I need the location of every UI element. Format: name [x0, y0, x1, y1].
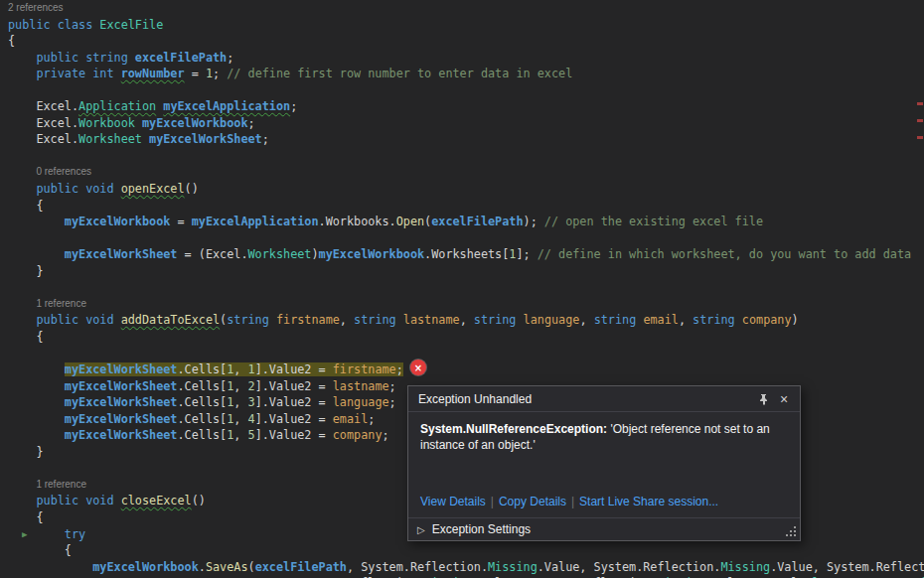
debug-arrow-glyph: ▶ — [22, 529, 27, 539]
view-details-link[interactable]: View Details — [420, 495, 486, 508]
codelens-link[interactable]: 1 reference — [8, 296, 924, 313]
code-line: public void openExcel() — [8, 181, 924, 198]
code-line: myExcelWorkbook = myExcelApplication.Wor… — [8, 214, 924, 230]
code-line: { — [8, 329, 924, 346]
code-line: public void addDataToExcel(string firstn… — [8, 312, 924, 329]
code-line — [8, 148, 924, 165]
exception-settings-expander[interactable]: ▷ Exception Settings — [408, 517, 800, 540]
exception-popup-titlebar: Exception Unhandled × — [408, 386, 800, 412]
code-line — [8, 82, 924, 99]
pin-icon[interactable] — [754, 389, 774, 409]
code-line: myExcelWorkSheet = (Excel.Worksheet)myEx… — [8, 246, 924, 263]
code-line: public class ExcelFile — [8, 17, 924, 34]
scrollbar-error-mark — [917, 119, 923, 122]
codelens-link[interactable]: 2 references — [8, 0, 924, 17]
code-line: { — [8, 33, 924, 50]
code-line: private int rowNumber = 1; // define fir… — [8, 66, 924, 82]
exception-settings-label: Exception Settings — [432, 522, 531, 536]
code-line: Excel.Application myExcelApplication; — [8, 98, 924, 115]
exception-message: System.NullReferenceException: 'Object r… — [408, 412, 800, 495]
exception-popup-title: Exception Unhandled — [418, 392, 754, 406]
exception-type: System.NullReferenceException: — [420, 422, 607, 436]
copy-details-link[interactable]: Copy Details — [499, 495, 566, 508]
code-line: { — [8, 542, 924, 559]
code-line — [8, 279, 924, 296]
codelens-link[interactable]: 0 references — [8, 164, 924, 181]
close-icon[interactable]: × — [774, 389, 794, 409]
code-line: { — [8, 198, 924, 215]
code-line: Excel.Workbook myExcelWorkbook; — [8, 115, 924, 132]
exception-popup: Exception Unhandled × System.NullReferen… — [407, 385, 801, 541]
link-separator: | — [566, 495, 579, 508]
code-line: myExcelWorkbook.SaveAs(excelFilePath, Sy… — [8, 559, 924, 576]
code-line: Excel.Worksheet myExcelWorkSheet; — [8, 131, 924, 148]
scrollbar-error-mark — [917, 136, 923, 139]
code-line: public string excelFilePath; — [8, 50, 924, 67]
scrollbar-error-mark — [917, 102, 923, 105]
resize-grip[interactable] — [786, 526, 798, 538]
code-line — [8, 230, 924, 247]
link-separator: | — [486, 495, 499, 508]
exception-popup-links: View Details|Copy Details|Start Live Sha… — [408, 495, 800, 517]
code-line: } — [8, 263, 924, 280]
code-line: myExcelWorkSheet.Cells[1, 1].Value2 = fi… — [8, 361, 924, 378]
exception-error-icon[interactable]: × — [410, 360, 426, 375]
live-share-link[interactable]: Start Live Share session... — [579, 495, 718, 508]
code-line — [8, 345, 924, 361]
current-statement-highlight: myExcelWorkSheet.Cells[1, 1].Value2 = fi… — [65, 362, 403, 376]
chevron-right-icon: ▷ — [417, 524, 425, 535]
